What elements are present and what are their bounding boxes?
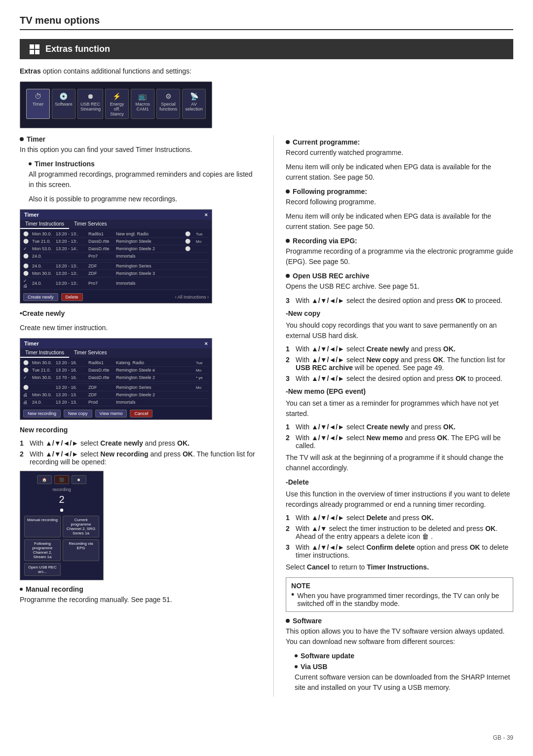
via-usb-dot [295,665,298,668]
manual-recording-section: Manual recording Programme the recording… [20,585,259,605]
new-memo-text: You can set a timer as a reminder for pr… [286,398,513,419]
table-row: ⚪Mon 30.0.13 20 - 16.Rad6s1Kateng. Radio… [23,359,209,367]
tv-menu-icon-special: ⚙Special functions [156,89,180,119]
create-newly-text: Create new timer instruction. [20,323,259,333]
left-column: Timer In this option you can find your s… [20,135,259,697]
right-step-3-number: 3 [286,297,293,304]
timer-dialog-close[interactable]: × [205,212,208,218]
timer-instructions-text1: All programmed recordings, programmed re… [29,169,259,190]
timer-tabs: Timer Instructions Timer Services [20,220,212,229]
table-row: ⚪24.0.13:20 - 13:.ZDFRemington Series [23,263,209,270]
timer-bullet-text: In this option you can find your saved T… [20,145,259,155]
func-opt-usb[interactable]: Open USB REC arc... [24,563,61,576]
timer-rows-2: ⚪Mon 30.0.13 20 - 16.Rad6s1Kateng. Radio… [20,358,212,408]
timer-bullet-dot [20,137,24,141]
func-rec-label: recording [24,487,99,492]
create-newly-button[interactable]: Create newly [23,293,58,301]
func-opt-following[interactable]: Following programme Channel 2, Stream 1a [24,539,61,561]
del-step-2-text: With ▲/▼ select the timer instruction to… [296,525,513,540]
func-rec-num: 2 [24,494,99,505]
following-prog-text2: Menu item will only be indicated when EP… [286,211,513,232]
new-recording-heading: New recording [20,425,259,435]
tab2-timer-services[interactable]: Timer Services [69,348,112,358]
func-opt-manual[interactable]: Manual recording [24,516,61,537]
tab-timer-instructions[interactable]: Timer Instructions [20,220,69,229]
nc-step-2: 2 With ▲/▼/◄/► select New copy and press… [286,356,513,372]
del-step-3: 3 With ▲/▼/◄/► select Confirm delete opt… [286,543,513,559]
timer-dialog-2-close[interactable]: × [205,340,208,346]
manual-rec-text: Programme the recording manually. See pa… [20,595,259,605]
func-opt-current[interactable]: Current programme Channel 2, SRG Series … [63,516,99,537]
table-row: ⚪Mon 30.0.13:20 - 13:.ZDFRemington Steel… [23,270,209,277]
current-prog-text1: Record currently watched programme. [286,148,513,158]
tv-menu-icon-software: 💿Software [52,89,76,119]
timer-footer: Create newly Delete ‹ All instructions › [20,291,212,303]
func-opt-epg[interactable]: Recording via EPG [63,539,99,561]
page-number: GB - 39 [493,734,513,741]
tv-menu-icon-row: ⏱Timer 💿Software ⏺USB REC Streaming ⚡Ene… [24,86,208,124]
table-row: ✓Mon 53.0.13:20 - 14:.DassD.rtteRemingto… [23,245,209,253]
timer-dialog-2: Timer × Timer Instructions Timer Service… [20,338,212,420]
software-update-section: Software update Via USB Current software… [295,652,513,693]
timer-instructions-text2: Also it is possible to programme new rec… [29,194,259,204]
new-recording-button[interactable]: New recording [23,410,61,417]
following-prog-label: Following programme: [293,188,367,195]
nc-step-2-text: With ▲/▼/◄/► select New copy and press O… [296,356,513,372]
nm-step-2-text: With ▲/▼/◄/► select New memo and press O… [296,434,513,450]
software-section: Software This option allows you to have … [286,617,513,647]
select-cancel-text: Select Cancel to return to Timer Instruc… [286,562,513,572]
rec-epg-label: Recording via EPG: [293,237,357,245]
current-prog-dot [286,140,290,144]
right-step-3: 3 With ▲/▼/◄/► select the desired option… [286,297,513,304]
timer-footer-2: New recording New copy View memo Cancel [20,408,212,419]
tv-menu-icon-macros: 📺Macros CAM1 [131,89,154,119]
note-title: NOTE [291,582,508,590]
table-row: ⚪Mon 30.0.13:20 - 13:.Rad6s1New engl. Ra… [23,230,209,238]
software-text: This option allows you to have the TV so… [286,626,513,647]
tab-timer-services[interactable]: Timer Services [69,220,112,229]
open-usb-label: Open USB REC archive [293,272,370,280]
cancel-button[interactable]: Cancel [130,410,152,417]
step-1-number: 1 [20,439,27,447]
func-options-grid: Manual recording Current programme Chann… [24,516,99,576]
table-row: ⚪Tue 21.0.13 20 - 16.DassD.rtteRemington… [23,367,209,374]
manual-rec-label: Manual recording [26,585,83,593]
intro-text: Extras option contains additional functi… [20,66,513,76]
table-row: 🖨Mon 30.0.13 20 - 13.ZDFRemington Steele… [23,391,209,399]
extras-title: Extras function [45,44,110,54]
open-usb-dot [286,274,290,278]
note-dot: • [291,590,294,607]
func-icon-rec: ⬛ [54,475,69,484]
timer-instructions-dot [29,162,32,165]
nm-step-1-text: With ▲/▼/◄/► select Create newly and pre… [296,423,456,431]
table-row: ✓Mon 30.0.13 70 - 16.DassD.rtteRemington… [23,374,209,381]
timer-bullet-label: Timer [27,135,45,143]
del-step-1-text: With ▲/▼/◄/► select Delete and press OK. [296,514,434,522]
table-row: 🖨24.0.13 20 - 13.ProdImmortals [23,399,209,406]
table-row: ⚪24.0.Pro7Immortals [23,253,209,260]
following-prog-dot [286,189,290,193]
page-title: TV menu options [20,15,513,30]
software-update-label: Software update [301,652,354,660]
timer-tabs-2: Timer Instructions Timer Services [20,348,212,358]
delete-text: Use this function in the overview of tim… [286,489,513,510]
step-1-text: With ▲/▼/◄/► select Create newly and pre… [30,439,190,447]
delete-heading: -Delete [286,477,513,488]
view-memo-button[interactable]: View memo [95,410,127,417]
timer-dialog-2-title: Timer × [20,339,212,348]
all-instructions-nav[interactable]: ‹ All instructions › [175,293,209,301]
tab2-timer-instructions[interactable]: Timer Instructions [20,348,69,358]
table-row: ✓ 🖨24.0.13:20 - 13:.Pro7Immortals [23,277,209,290]
following-prog-text1: Record following programme. [286,197,513,207]
new-copy-button[interactable]: New copy [64,410,92,417]
nm-note: The TV will ask at the beginning of a pr… [286,453,513,473]
current-programme-section: Current programme: Record currently watc… [286,138,513,183]
timer-dialog-1: Timer × Timer Instructions Timer Service… [20,209,212,303]
step-2: 2 With ▲/▼/◄/► select New recording and … [20,450,259,466]
tv-menu-icon-energy: ⚡Energy off. Stancy [105,89,129,119]
note-box: NOTE • When you have programmed timer re… [286,577,513,612]
step-2-number: 2 [20,450,27,466]
software-label: Software [293,617,322,625]
new-copy-heading: -New copy [286,308,513,319]
delete-button[interactable]: Delete [61,293,83,301]
